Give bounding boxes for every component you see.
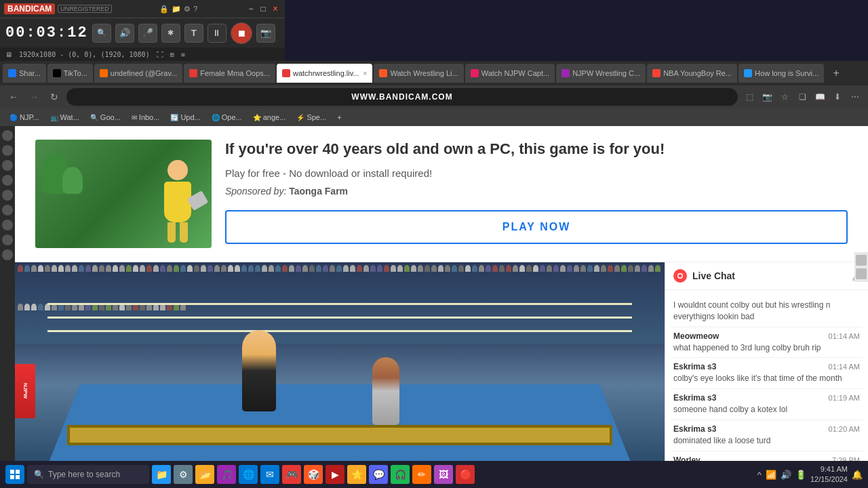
bandicam-close-btn[interactable]: × bbox=[270, 3, 281, 14]
sidebar-item-6[interactable] bbox=[2, 205, 13, 216]
extensions-btn[interactable]: ⬚ bbox=[742, 89, 757, 104]
taskbar-discord-icon[interactable]: 💬 bbox=[369, 465, 388, 484]
browser-tab-njpw-capt[interactable]: Watch NJPW Capt... bbox=[465, 64, 555, 83]
address-bar[interactable]: WWW.BANDICAM.COM bbox=[66, 88, 738, 106]
ad-headline: If you're over 40 years old and own a PC… bbox=[225, 140, 848, 159]
chat-message-1: Meowmeow 01:14 AM what happened to 3rd l… bbox=[671, 327, 863, 359]
browser-tab-watch-wrestling[interactable]: Watch Wrestling Li... bbox=[374, 64, 463, 83]
chat-time-2: 01:14 AM bbox=[829, 363, 860, 371]
bookmark-ope[interactable]: 🌐 Ope... bbox=[208, 112, 246, 123]
browser-tab-tiktok[interactable]: TikTo... bbox=[47, 64, 93, 83]
taskbar-edit-icon[interactable]: ✏ bbox=[412, 465, 431, 484]
bandicam-zoom-btn[interactable]: 🔍 bbox=[92, 24, 111, 43]
bandicam-stop-btn[interactable]: ⏹ bbox=[231, 22, 252, 44]
sidebar-item-4[interactable] bbox=[2, 175, 13, 186]
bookmark-wat-icon: 📺 bbox=[50, 114, 58, 121]
back-btn[interactable]: ← bbox=[5, 89, 22, 105]
tab-close-icon[interactable]: × bbox=[363, 70, 368, 77]
chat-time-1: 01:14 AM bbox=[829, 332, 860, 340]
browser-tab-mma[interactable]: Female Mma Oops... bbox=[184, 64, 275, 83]
taskbar-folder-icon[interactable]: 📂 bbox=[195, 465, 214, 484]
taskbar-red2-icon[interactable]: 🔴 bbox=[456, 465, 475, 484]
bandicam-cursor-btn[interactable]: ✱ bbox=[161, 24, 180, 43]
sidebar-item-7[interactable] bbox=[2, 220, 13, 230]
taskbar-game1-icon[interactable]: 🎮 bbox=[282, 465, 301, 484]
bookmark-inbox-label: Inbo... bbox=[139, 113, 160, 121]
bandicam-maximize-btn[interactable]: □ bbox=[258, 3, 269, 14]
taskbar-network-icon[interactable]: 📶 bbox=[766, 470, 776, 480]
bandicam-info-row: 🖥 1920x1080 - (0, 0), (1920, 1080) ⛶ ⊞ ≡ bbox=[0, 47, 285, 61]
bandicam-screenshot-icon[interactable]: 📁 bbox=[172, 5, 181, 14]
sidebar-item-9[interactable] bbox=[2, 249, 13, 260]
taskbar-search-placeholder: Type here to search bbox=[48, 470, 120, 479]
bookmark-add[interactable]: + bbox=[333, 112, 345, 123]
taskbar-music2-icon[interactable]: 🎧 bbox=[391, 465, 410, 484]
bandicam-lock-icon[interactable]: 🔒 bbox=[159, 5, 169, 14]
bandicam-speaker-btn[interactable]: 🔊 bbox=[115, 24, 134, 43]
ring-mat bbox=[15, 384, 665, 461]
sidebar-item-8[interactable] bbox=[2, 235, 13, 245]
address-text: WWW.BANDICAM.COM bbox=[351, 92, 452, 102]
bookmarks-bar: 🔵 NJP... 📺 Wat... 🔍 Goo... ✉ Inbo... 🔄 U… bbox=[0, 108, 868, 126]
screenshot-btn[interactable]: 📷 bbox=[760, 89, 774, 104]
bandicam-minimize-btn[interactable]: − bbox=[245, 3, 256, 14]
browser-tab-nba[interactable]: NBA YoungBoy Re... bbox=[647, 64, 737, 83]
bookmark-ange[interactable]: ⭐ ange... bbox=[249, 112, 290, 123]
taskbar-photo-icon[interactable]: 🖼 bbox=[434, 465, 453, 484]
bookmark-njp[interactable]: 🔵 NJP... bbox=[5, 112, 43, 123]
taskbar-explorer-icon[interactable]: 📁 bbox=[152, 465, 171, 484]
play-now-button[interactable]: PLAY NOW bbox=[225, 210, 848, 244]
sidebar-item-2[interactable] bbox=[2, 145, 13, 156]
browser-tab-njpw-wrestling[interactable]: NJPW Wrestling C... bbox=[556, 64, 646, 83]
bookmark-spe[interactable]: ⚡ Spe... bbox=[292, 112, 330, 123]
taskbar-volume-icon[interactable]: 🔊 bbox=[781, 470, 791, 480]
taskbar-red1-icon[interactable]: ▶ bbox=[326, 465, 344, 484]
taskbar-battery-icon[interactable]: 🔋 bbox=[795, 470, 806, 480]
download-btn[interactable]: ⬇ bbox=[830, 89, 845, 104]
browser-tab-wrestling-live[interactable]: watchrwrestling.liv... × bbox=[277, 64, 372, 83]
bookmark-upd[interactable]: 🔄 Upd... bbox=[166, 112, 204, 123]
more-btn[interactable]: ⋯ bbox=[848, 89, 863, 104]
sidebar-item-3[interactable] bbox=[2, 160, 13, 171]
chat-username-5: Worley bbox=[673, 455, 701, 461]
bookmark-wat[interactable]: 📺 Wat... bbox=[46, 112, 83, 123]
new-tab-btn[interactable]: + bbox=[828, 65, 844, 81]
chat-settings-icon[interactable] bbox=[856, 255, 867, 266]
bandicam-settings-icon[interactable]: ⚙ bbox=[184, 5, 191, 14]
taskbar-controlpanel-icon[interactable]: ⚙ bbox=[174, 465, 193, 484]
sidebar-item-1[interactable] bbox=[2, 130, 13, 141]
refresh-btn[interactable]: ↻ bbox=[46, 89, 62, 105]
taskbar-musicapp-icon[interactable]: 🎵 bbox=[217, 465, 236, 484]
video-chat-section: NJPW Note: In case the live stream not w… bbox=[15, 262, 868, 461]
taskbar-time: 9:41 AM bbox=[810, 464, 848, 474]
ebook-btn[interactable]: 📖 bbox=[812, 89, 827, 104]
taskbar-search-box[interactable]: 🔍 Type here to search bbox=[27, 465, 149, 484]
bandicam-timer: 00:03:12 bbox=[5, 24, 88, 41]
bandicam-text-btn[interactable]: T bbox=[184, 24, 203, 43]
svg-rect-3 bbox=[16, 470, 20, 474]
bandicam-pause-btn[interactable]: ⏸ bbox=[208, 24, 226, 43]
bookmark-inbox[interactable]: ✉ Inbo... bbox=[127, 112, 164, 123]
taskbar-game2-icon[interactable]: 🎲 bbox=[304, 465, 323, 484]
taskbar-chevron-icon[interactable]: ^ bbox=[757, 470, 762, 480]
browser-tab-gravatar[interactable]: undefined (@Grav... bbox=[94, 64, 182, 83]
start-button[interactable] bbox=[5, 465, 24, 484]
sidebar-item-5[interactable] bbox=[2, 190, 13, 201]
bandicam-help-icon[interactable]: ? bbox=[193, 5, 197, 13]
bookmark-goo[interactable]: 🔍 Goo... bbox=[86, 112, 125, 123]
browser-tab-survivor[interactable]: How long is Survi... bbox=[738, 64, 824, 83]
forward-btn[interactable]: → bbox=[26, 89, 42, 105]
taskbar-mail-icon[interactable]: ✉ bbox=[260, 465, 279, 484]
bandicam-mic-btn[interactable]: 🎤 bbox=[138, 24, 157, 43]
taskbar-yellow-icon[interactable]: ⭐ bbox=[347, 465, 366, 484]
chat-text-3: someone hand colby a kotex lol bbox=[673, 404, 860, 415]
taskbar-notification-icon[interactable]: 🔔 bbox=[852, 470, 863, 480]
taskbar-browser-icon[interactable]: 🌐 bbox=[239, 465, 258, 484]
star-btn[interactable]: ☆ bbox=[777, 89, 792, 104]
collections-btn[interactable]: ❏ bbox=[795, 89, 810, 104]
browser-tab-share[interactable]: Shar... bbox=[3, 64, 46, 83]
chat-options-icon[interactable] bbox=[856, 268, 867, 279]
bookmark-upd-label: Upd... bbox=[180, 113, 200, 121]
bandicam-camera-btn[interactable]: 📷 bbox=[256, 24, 275, 43]
bookmark-ange-icon: ⭐ bbox=[253, 114, 261, 121]
